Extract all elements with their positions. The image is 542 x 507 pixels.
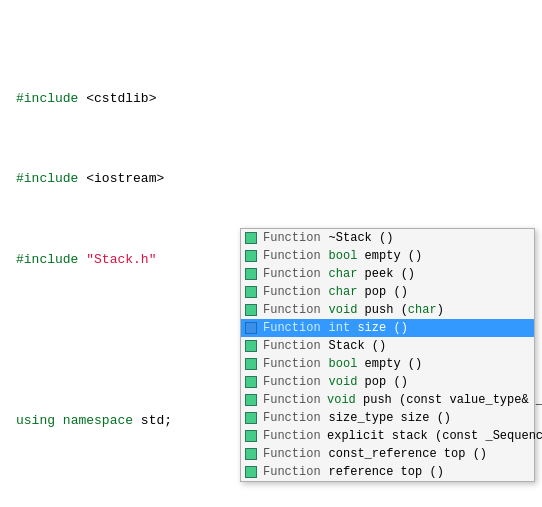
ac-item-10[interactable]: Function size_type size () xyxy=(241,409,534,427)
ac-name-11: explicit stack (const _Sequence& __c = xyxy=(327,429,542,443)
ac-item-0[interactable]: Function ~Stack () xyxy=(241,229,534,247)
autocomplete-popup[interactable]: Function ~Stack () Function bool empty (… xyxy=(240,228,535,482)
ac-type-3: Function xyxy=(263,285,321,299)
ac-item-2[interactable]: Function char peek () xyxy=(241,265,534,283)
ac-name-3: char pop () xyxy=(329,285,408,299)
ac-icon-9 xyxy=(245,394,257,406)
ac-name-1: bool empty () xyxy=(329,249,423,263)
ac-type-12: Function xyxy=(263,447,321,461)
ac-name-12: const_reference top () xyxy=(329,447,487,461)
code-line-2: #include <iostream> xyxy=(12,169,530,189)
ac-icon-12 xyxy=(245,448,257,460)
ac-type-5: Function xyxy=(263,321,321,335)
ac-item-12[interactable]: Function const_reference top () xyxy=(241,445,534,463)
ac-icon-6 xyxy=(245,340,257,352)
ac-icon-13 xyxy=(245,466,257,478)
ac-name-4: void push (char) xyxy=(329,303,444,317)
ac-item-3[interactable]: Function char pop () xyxy=(241,283,534,301)
ac-name-6: Stack () xyxy=(329,339,387,353)
ac-name-5: int size () xyxy=(329,321,408,335)
ac-icon-4 xyxy=(245,304,257,316)
ac-type-9: Function xyxy=(263,393,319,407)
code-editor: #include <cstdlib> #include <iostream> #… xyxy=(0,0,542,507)
ac-name-0: ~Stack () xyxy=(329,231,394,245)
ac-name-9: void push (const value_type& __x) xyxy=(327,393,542,407)
ac-type-0: Function xyxy=(263,231,321,245)
ac-item-8[interactable]: Function void pop () xyxy=(241,373,534,391)
ac-name-8: void pop () xyxy=(329,375,408,389)
ac-name-10: size_type size () xyxy=(329,411,451,425)
ac-item-4[interactable]: Function void push (char) xyxy=(241,301,534,319)
ac-item-5[interactable]: Function int size () xyxy=(241,319,534,337)
ac-icon-8 xyxy=(245,376,257,388)
code-line-1: #include <cstdlib> xyxy=(12,89,530,109)
ac-icon-0 xyxy=(245,232,257,244)
ac-icon-11 xyxy=(245,430,257,442)
code-line-6 xyxy=(12,491,530,507)
ac-type-10: Function xyxy=(263,411,321,425)
ac-type-6: Function xyxy=(263,339,321,353)
ac-icon-7 xyxy=(245,358,257,370)
ac-item-11[interactable]: Function explicit stack (const _Sequence… xyxy=(241,427,534,445)
ac-icon-2 xyxy=(245,268,257,280)
ac-type-8: Function xyxy=(263,375,321,389)
ac-item-13[interactable]: Function reference top () xyxy=(241,463,534,481)
ac-item-6[interactable]: Function Stack () xyxy=(241,337,534,355)
ac-icon-3 xyxy=(245,286,257,298)
ac-type-7: Function xyxy=(263,357,321,371)
ac-type-11: Function xyxy=(263,429,319,443)
ac-icon-1 xyxy=(245,250,257,262)
ac-type-2: Function xyxy=(263,267,321,281)
ac-type-4: Function xyxy=(263,303,321,317)
ac-icon-5 xyxy=(245,322,257,334)
ac-type-1: Function xyxy=(263,249,321,263)
ac-name-13: reference top () xyxy=(329,465,444,479)
ac-name-7: bool empty () xyxy=(329,357,423,371)
ac-type-13: Function xyxy=(263,465,321,479)
ac-item-7[interactable]: Function bool empty () xyxy=(241,355,534,373)
ac-item-1[interactable]: Function bool empty () xyxy=(241,247,534,265)
ac-item-9[interactable]: Function void push (const value_type& __… xyxy=(241,391,534,409)
ac-icon-10 xyxy=(245,412,257,424)
ac-name-2: char peek () xyxy=(329,267,415,281)
